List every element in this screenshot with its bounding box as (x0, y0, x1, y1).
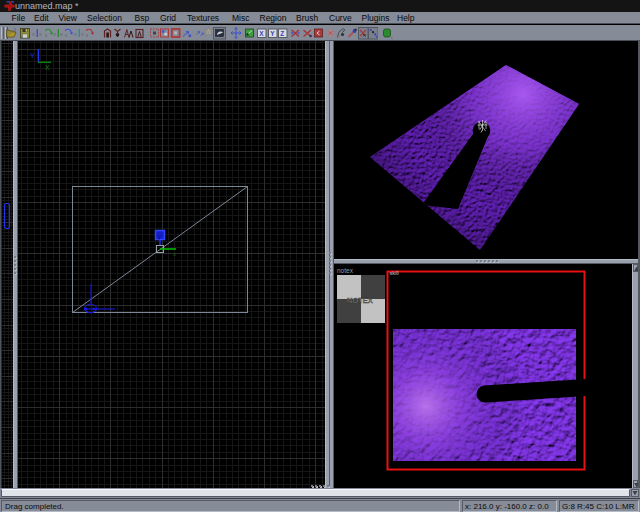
svg-text:x: x (173, 251, 176, 257)
svg-text:x: x (65, 32, 68, 38)
svg-text:NOTEX: NOTEX (347, 296, 373, 305)
svg-text:x: x (86, 32, 89, 38)
svg-text:x: x (53, 31, 56, 37)
svg-text:X: X (45, 64, 50, 71)
svg-text:x: x (39, 31, 42, 37)
svg-text:y: y (158, 233, 162, 241)
svg-text:Y: Y (30, 52, 35, 59)
svg-text:notex: notex (337, 267, 354, 274)
svg-text:skill: skill (390, 270, 399, 276)
svg-text:x: x (32, 31, 35, 37)
svg-text:Z: Z (280, 30, 284, 37)
svg-text:x: x (45, 32, 48, 38)
svg-text:X: X (259, 30, 264, 37)
svg-text:x: x (74, 31, 77, 37)
svg-text:Y: Y (270, 30, 275, 37)
